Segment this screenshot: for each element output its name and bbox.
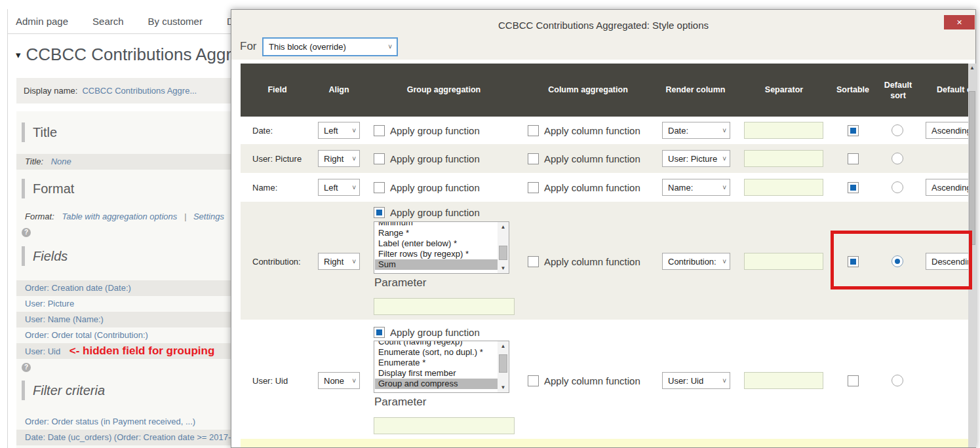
listbox-option[interactable]: Count (having regexp) [375, 341, 498, 347]
scroll-down-icon[interactable]: ▼ [498, 263, 509, 273]
col-header-align: Align [313, 64, 365, 117]
render-column-select[interactable]: User: Uid ˅ [662, 372, 730, 389]
order-select-value: Ascending [931, 183, 968, 193]
apply-column-function-checkbox[interactable] [528, 153, 539, 164]
for-display-select[interactable]: This block (override) ˅ [262, 37, 398, 56]
default-sort-radio[interactable] [892, 375, 903, 386]
section-accent-bar [22, 122, 25, 142]
scrollbar-thumb[interactable] [499, 246, 507, 260]
apply-group-function-checkbox[interactable] [374, 207, 385, 218]
align-select[interactable]: Left ˅ [318, 179, 360, 196]
apply-column-function-checkbox[interactable] [528, 256, 539, 267]
align-select[interactable]: Left ˅ [318, 122, 360, 139]
render-column-select[interactable]: Name: ˅ [662, 179, 730, 196]
help-icon[interactable]: ? [22, 228, 31, 237]
listbox-option-selected[interactable]: Sum [375, 259, 498, 270]
default-order-select[interactable]: Ascending [926, 179, 968, 196]
scrollbar-thumb[interactable] [499, 354, 507, 373]
field-link-user-name[interactable]: User: Name (Name:) [25, 314, 104, 324]
listbox-option-selected[interactable]: Group and compress [375, 379, 498, 389]
view-title[interactable]: ▾ CCBCC Contributions Aggre [16, 45, 241, 65]
apply-group-function-checkbox[interactable] [374, 182, 385, 193]
sortable-checkbox[interactable] [848, 182, 859, 193]
listbox-scrollbar[interactable]: ▲ ▼ [498, 341, 509, 392]
section-accent-bar [22, 246, 25, 266]
filter-row: Order: Order status (in Payment received… [16, 414, 231, 430]
field-link-order-total[interactable]: Order: Order total (Contribution:) [25, 330, 148, 340]
title-none-link[interactable]: None [51, 157, 71, 166]
format-settings-link[interactable]: Settings [193, 212, 224, 221]
default-sort-radio[interactable] [892, 124, 903, 136]
apply-column-function-checkbox[interactable] [528, 125, 539, 136]
apply-group-function-checkbox[interactable] [374, 327, 385, 338]
listbox-option[interactable]: Enumerate (sort, no dupl.) * [375, 347, 498, 358]
section-accent-bar [22, 179, 25, 198]
tab-search[interactable]: Search [92, 16, 124, 27]
parameter-input[interactable] [374, 417, 515, 434]
listbox-option[interactable]: Range * [375, 228, 498, 238]
align-select[interactable]: Right ˅ [318, 150, 360, 167]
apply-group-function-label: Apply group function [390, 125, 480, 136]
modal-scrollbar[interactable]: ▲ [968, 64, 976, 447]
order-select-value: Descending [931, 257, 968, 267]
separator-input[interactable] [744, 179, 823, 196]
scrollbar-thumb[interactable] [969, 91, 975, 245]
render-column-select[interactable]: User: Picture ˅ [662, 150, 730, 167]
group-function-listbox[interactable]: Minimum Range * Label (enter below) * Fi… [374, 221, 509, 274]
tab-by-customer[interactable]: By customer [148, 16, 203, 27]
scroll-up-icon[interactable]: ▲ [968, 65, 976, 71]
scroll-up-icon[interactable]: ▲ [498, 341, 509, 351]
group-function-listbox[interactable]: Count (having regexp) Enumerate (sort, n… [374, 341, 509, 393]
listbox-option[interactable]: Minimum [375, 221, 498, 228]
field-link-user-picture[interactable]: User: Picture [25, 299, 74, 308]
apply-group-function-checkbox[interactable] [374, 153, 385, 164]
default-order-select[interactable]: Descending [926, 253, 968, 270]
render-column-select[interactable]: Date: ˅ [662, 122, 730, 139]
filter-link-date[interactable]: Date: Date (uc_orders) (Order: Creation … [25, 432, 248, 442]
default-sort-radio[interactable] [892, 255, 903, 267]
separator-input[interactable] [744, 150, 823, 167]
sortable-checkbox[interactable] [848, 125, 859, 136]
listbox-option[interactable]: Display first member [375, 368, 498, 379]
parameter-label: Parameter [374, 276, 426, 289]
style-options-table: Field Align Group aggregation Column agg… [241, 64, 968, 447]
filter-link-order-status[interactable]: Order: Order status (in Payment received… [25, 417, 195, 426]
field-row: User: Name (Name:) [16, 312, 231, 327]
tab-admin-page[interactable]: Admin page [16, 16, 68, 27]
display-name-link[interactable]: CCBCC Contributions Aggre... [82, 86, 197, 96]
render-column-select[interactable]: Contribution: ˅ [662, 253, 730, 270]
separator-input[interactable] [744, 253, 823, 270]
sortable-checkbox[interactable] [848, 153, 859, 164]
apply-group-function-label: Apply group function [390, 182, 480, 193]
render-select-value: Name: [668, 183, 693, 193]
render-select-value: Contribution: [668, 257, 716, 267]
table-row: User: Uid None ˅ Apply group function Co… [241, 320, 968, 439]
listbox-scrollbar[interactable]: ▲ ▼ [498, 222, 509, 273]
field-link-user-uid[interactable]: User: Uid [25, 346, 60, 356]
col-header-default-order: Default order [926, 64, 968, 117]
listbox-option[interactable]: Label (enter below) * [375, 238, 498, 249]
separator-input[interactable] [744, 122, 823, 139]
listbox-option[interactable]: Enumerate * [375, 358, 498, 368]
sortable-checkbox[interactable] [848, 256, 859, 267]
apply-column-function-checkbox[interactable] [528, 375, 539, 386]
scroll-up-icon[interactable]: ▲ [498, 222, 509, 232]
default-sort-radio[interactable] [892, 181, 903, 193]
close-button[interactable]: ✕ [944, 15, 975, 29]
listbox-option[interactable]: Filter rows (by regexp) * [375, 249, 498, 259]
format-type-link[interactable]: Table with aggregation options [62, 212, 177, 221]
align-select[interactable]: Right ˅ [318, 253, 360, 270]
field-link-creation-date[interactable]: Order: Creation date (Date:) [25, 283, 131, 293]
sortable-checkbox[interactable] [848, 375, 859, 386]
parameter-input[interactable] [374, 298, 515, 315]
apply-column-function-checkbox[interactable] [528, 182, 539, 193]
row-field-label: Name: [252, 183, 277, 193]
default-order-select[interactable]: Ascending [926, 122, 968, 139]
scroll-down-icon[interactable]: ▼ [498, 383, 509, 392]
default-sort-radio[interactable] [892, 153, 903, 164]
help-icon[interactable]: ? [22, 363, 31, 372]
separator-input[interactable] [744, 372, 823, 389]
parameter-label: Parameter [374, 396, 426, 409]
apply-group-function-checkbox[interactable] [374, 125, 385, 136]
align-select[interactable]: None ˅ [318, 372, 360, 389]
